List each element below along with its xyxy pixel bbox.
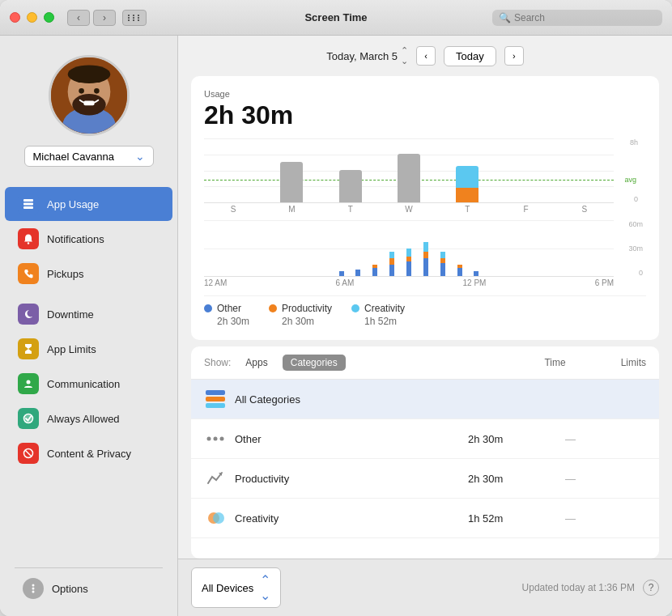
apps-toggle-button[interactable]: Apps (237, 355, 275, 371)
svg-rect-20 (206, 397, 225, 401)
chart-container: Usage 2h 30m avg (191, 76, 659, 340)
week-bars (204, 154, 614, 202)
svg-point-4 (67, 65, 110, 83)
legend-productivity-label: Productivity (282, 303, 332, 314)
date-text: Today, March 5 (326, 50, 398, 62)
sidebar-item-communication[interactable]: Communication (5, 367, 172, 401)
creativity-limit: — (565, 512, 646, 525)
sidebar: Michael Cavanna ⌄ App Usage (0, 36, 178, 616)
day-label-s1: S (207, 205, 259, 214)
creativity-row[interactable]: Creativity 1h 52m — (191, 499, 659, 538)
svg-line-15 (25, 450, 32, 457)
sidebar-item-options[interactable]: Options (10, 571, 168, 605)
week-labels: S M T W T F S (204, 203, 614, 214)
svg-point-18 (32, 591, 35, 593)
legend-productivity: Productivity 2h 30m (269, 303, 332, 327)
other-name: Other (204, 427, 468, 450)
day-label-f: F (500, 205, 551, 214)
sidebar-item-app-usage[interactable]: App Usage (5, 187, 172, 221)
productivity-row[interactable]: Productivity 2h 30m — (191, 459, 659, 499)
legend: Other 2h 30m Productivity 2h 30m (204, 295, 646, 327)
today-button[interactable]: Today (444, 46, 496, 66)
svg-rect-19 (206, 390, 225, 395)
forward-button[interactable]: › (93, 10, 116, 26)
all-categories-row[interactable]: All Categories (191, 380, 659, 419)
other-limit: — (565, 433, 646, 445)
status-text: Updated today at 1:36 PM (522, 582, 635, 593)
search-input[interactable] (514, 12, 656, 23)
day-label-s2: S (559, 205, 610, 214)
creativity-name: Creativity (204, 507, 468, 529)
table-section: Show: Apps Categories Time Limits (191, 346, 659, 559)
productivity-time: 2h 30m (468, 473, 565, 485)
time-label-12am: 12 AM (204, 278, 227, 287)
grid-icon (128, 15, 142, 21)
week-bar-monday (266, 162, 317, 202)
svg-rect-7 (83, 101, 94, 106)
time-label-6am: 6 AM (336, 278, 355, 287)
sidebar-item-app-limits[interactable]: App Limits (5, 332, 172, 366)
weekly-chart: avg (204, 138, 614, 214)
week-bar-thursday (441, 166, 493, 202)
sidebar-item-content-privacy[interactable]: Content & Privacy (5, 436, 172, 470)
sidebar-item-label: Communication (47, 378, 120, 390)
user-name: Michael Cavanna (33, 151, 114, 163)
sidebar-item-notifications[interactable]: Notifications (5, 222, 172, 256)
date-nav: Today, March 5 ⌃⌄ (326, 45, 408, 66)
sidebar-item-downtime[interactable]: Downtime (5, 297, 172, 331)
user-selector[interactable]: Michael Cavanna ⌄ (24, 146, 154, 167)
options-label: Options (52, 583, 88, 595)
table-rows: All Categories (191, 380, 659, 538)
legend-creativity-label: Creativity (364, 303, 405, 314)
creativity-icon (204, 507, 227, 529)
limits-column-header: Limits (621, 357, 646, 368)
prev-date-button[interactable]: ‹ (416, 46, 436, 66)
hourly-y-axis: 60m 30m 0 (628, 220, 643, 277)
sidebar-item-always-allowed[interactable]: Always Allowed (5, 401, 172, 435)
creativity-color-dot (351, 304, 359, 312)
nav-buttons: ‹ › (67, 10, 147, 26)
svg-point-17 (32, 584, 35, 587)
sidebar-item-pickups[interactable]: Pickups (5, 257, 172, 291)
hourly-bars (204, 242, 614, 276)
usage-time: 2h 30m (204, 100, 646, 130)
categories-toggle-button[interactable]: Categories (283, 355, 346, 371)
minimize-button[interactable] (27, 12, 37, 23)
main-window: ‹ › Screen Time 🔍 (0, 0, 672, 616)
svg-point-23 (214, 437, 218, 441)
options-section: Options (0, 558, 177, 616)
day-label-w: W (383, 205, 435, 214)
search-box[interactable]: 🔍 (492, 10, 662, 26)
moon-icon (18, 304, 39, 325)
productivity-color-dot (269, 304, 277, 312)
next-date-button[interactable]: › (504, 46, 524, 66)
sidebar-item-label: Content & Privacy (47, 448, 131, 460)
legend-creativity: Creativity 1h 52m (351, 303, 405, 327)
bottom-bar: All Devices ⌃⌄ Updated today at 1:36 PM … (178, 559, 672, 616)
day-label-t1: T (325, 205, 376, 214)
y-label-0h: 0 (628, 269, 643, 277)
svg-point-12 (27, 380, 31, 384)
sidebar-item-label: Always Allowed (47, 413, 120, 425)
svg-point-24 (220, 437, 224, 441)
traffic-lights (10, 12, 54, 23)
device-selector[interactable]: All Devices ⌃⌄ (191, 567, 281, 608)
sidebar-item-label: Downtime (47, 308, 94, 321)
grid-view-button[interactable] (122, 10, 147, 26)
sidebar-divider (15, 567, 163, 568)
maximize-button[interactable] (44, 12, 54, 23)
time-column-header: Time (544, 357, 565, 368)
help-button[interactable]: ? (643, 580, 659, 596)
back-button[interactable]: ‹ (67, 10, 90, 26)
content-area: Today, March 5 ⌃⌄ ‹ Today › Usage 2h 30m (178, 36, 672, 616)
sidebar-item-label: Pickups (47, 268, 84, 280)
hourly-labels: 12 AM 6 AM 12 PM 6 PM (204, 277, 614, 287)
other-row[interactable]: Other 2h 30m — (191, 419, 659, 459)
svg-point-27 (213, 512, 224, 524)
legend-other-label: Other (217, 303, 241, 314)
chevron-down-icon: ⌄ (135, 150, 145, 163)
person-icon (18, 373, 39, 394)
close-button[interactable] (10, 12, 20, 23)
productivity-limit: — (565, 473, 646, 485)
other-time: 2h 30m (468, 433, 565, 445)
